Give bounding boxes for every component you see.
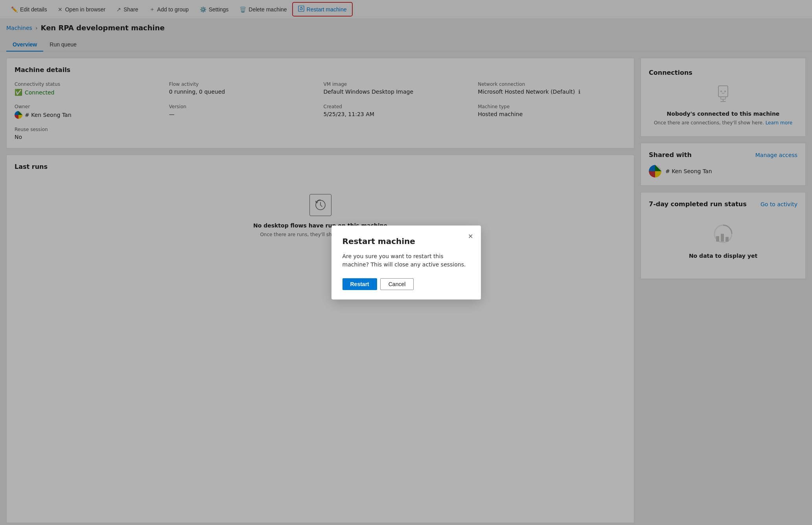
modal-overlay[interactable]: Restart machine ✕ Are you sure you want … [0, 0, 812, 525]
modal-close-button[interactable]: ✕ [466, 232, 475, 241]
modal-restart-button[interactable]: Restart [342, 278, 377, 290]
restart-machine-modal: Restart machine ✕ Are you sure you want … [331, 226, 481, 299]
modal-actions: Restart Cancel [342, 278, 470, 290]
modal-body: Are you sure you want to restart this ma… [342, 252, 470, 269]
modal-title: Restart machine [342, 237, 470, 246]
modal-cancel-button[interactable]: Cancel [380, 278, 414, 290]
